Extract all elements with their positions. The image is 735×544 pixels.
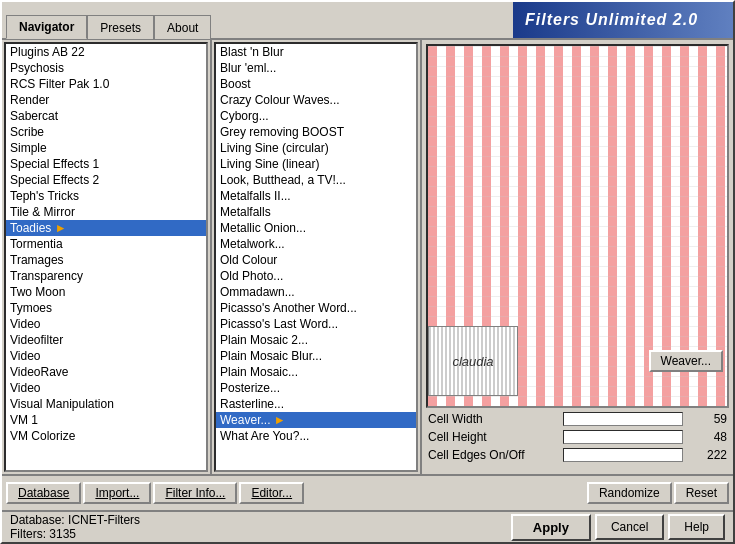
middle-list-item[interactable]: Grey removing BOOST [216, 124, 416, 140]
left-list-item[interactable]: Psychosis [6, 60, 206, 76]
param-row: Cell Width59 [428, 412, 727, 426]
middle-list-item[interactable]: Cyborg... [216, 108, 416, 124]
middle-list-item[interactable]: Living Sine (linear) [216, 156, 416, 172]
left-list-item[interactable]: Plugins AB 22 [6, 44, 206, 60]
left-list-item[interactable]: Two Moon [6, 284, 206, 300]
weaver-button[interactable]: Weaver... [649, 350, 723, 372]
cancel-button[interactable]: Cancel [595, 514, 664, 540]
middle-list-item[interactable]: Metalwork... [216, 236, 416, 252]
middle-panel: Blast 'n BlurBlur 'eml...BoostCrazy Colo… [212, 40, 422, 474]
middle-list-item[interactable]: Plain Mosaic... [216, 364, 416, 380]
param-slider[interactable] [563, 412, 683, 426]
left-list-item[interactable]: Video [6, 348, 206, 364]
tabs-area: Navigator Presets About [2, 2, 513, 38]
middle-list-item[interactable]: Blur 'eml... [216, 60, 416, 76]
param-value: 222 [687, 448, 727, 462]
bottom-toolbar: Database Import... Filter Info... Editor… [2, 474, 733, 510]
left-list-item[interactable]: Video [6, 380, 206, 396]
middle-list-item[interactable]: Look, Butthead, a TV!... [216, 172, 416, 188]
randomize-button[interactable]: Randomize [587, 482, 672, 504]
left-list-item[interactable]: Tymoes [6, 300, 206, 316]
tab-navigator[interactable]: Navigator [6, 15, 87, 39]
middle-list-item[interactable]: Blast 'n Blur [216, 44, 416, 60]
filter-info-button[interactable]: Filter Info... [153, 482, 237, 504]
tab-about[interactable]: About [154, 15, 211, 39]
left-list-item[interactable]: Tormentia [6, 236, 206, 252]
weaver-preview: claudia Weaver... [428, 316, 727, 406]
left-list-item[interactable]: Sabercat [6, 108, 206, 124]
apply-button[interactable]: Apply [511, 514, 591, 541]
param-slider[interactable] [563, 448, 683, 462]
left-panel: Plugins AB 22PsychosisRCS Filter Pak 1.0… [2, 40, 212, 474]
weaver-thumbnail: claudia [428, 326, 518, 396]
param-label: Cell Edges On/Off [428, 448, 559, 462]
middle-list-item[interactable]: What Are You?... [216, 428, 416, 444]
editor-button[interactable]: Editor... [239, 482, 304, 504]
middle-list-item[interactable]: Plain Mosaic Blur... [216, 348, 416, 364]
reset-button[interactable]: Reset [674, 482, 729, 504]
title-text: Filters Unlimited 2.0 [525, 11, 698, 29]
left-list-item[interactable]: Simple [6, 140, 206, 156]
param-label: Cell Width [428, 412, 559, 426]
filters-label: Filters: [10, 527, 46, 541]
middle-list-item[interactable]: Rasterline... [216, 396, 416, 412]
middle-list-item[interactable]: Weaver... ► [216, 412, 416, 428]
left-list-item[interactable]: Video [6, 316, 206, 332]
param-label: Cell Height [428, 430, 559, 444]
middle-list-item[interactable]: Metalfalls [216, 204, 416, 220]
left-list-item[interactable]: Special Effects 2 [6, 172, 206, 188]
middle-list-item[interactable]: Picasso's Last Word... [216, 316, 416, 332]
filters-value: 3135 [49, 527, 76, 541]
middle-list-item[interactable]: Living Sine (circular) [216, 140, 416, 156]
middle-list-item[interactable]: Metalfalls II... [216, 188, 416, 204]
param-value: 59 [687, 412, 727, 426]
left-list-item[interactable]: Toadies ► [6, 220, 206, 236]
database-label: Database: [10, 513, 65, 527]
middle-list-item[interactable]: Old Photo... [216, 268, 416, 284]
left-list-item[interactable]: Tramages [6, 252, 206, 268]
left-list-item[interactable]: Tile & Mirror [6, 204, 206, 220]
left-list-item[interactable]: Special Effects 1 [6, 156, 206, 172]
left-list-item[interactable]: VideoRave [6, 364, 206, 380]
middle-list-item[interactable]: Metallic Onion... [216, 220, 416, 236]
middle-list-item[interactable]: Old Colour [216, 252, 416, 268]
title-bar: Filters Unlimited 2.0 [513, 2, 733, 38]
param-slider[interactable] [563, 430, 683, 444]
weaver-label: claudia [452, 354, 493, 369]
help-button[interactable]: Help [668, 514, 725, 540]
left-list-item[interactable]: Teph's Tricks [6, 188, 206, 204]
right-panel: claudia Weaver... Cell Width59Cell Heigh… [422, 40, 733, 474]
left-list-item[interactable]: Render [6, 92, 206, 108]
left-list-item[interactable]: VM Colorize [6, 428, 206, 444]
tab-presets[interactable]: Presets [87, 15, 154, 39]
import-button[interactable]: Import... [83, 482, 151, 504]
left-list-item[interactable]: VM 1 [6, 412, 206, 428]
weaver-btn-area: Weaver... [518, 350, 727, 372]
middle-list-item[interactable]: Picasso's Another Word... [216, 300, 416, 316]
left-list-item[interactable]: RCS Filter Pak 1.0 [6, 76, 206, 92]
middle-list-item[interactable]: Ommadawn... [216, 284, 416, 300]
header: Navigator Presets About Filters Unlimite… [2, 2, 733, 38]
middle-list-item[interactable]: Boost [216, 76, 416, 92]
main-window: Navigator Presets About Filters Unlimite… [0, 0, 735, 544]
middle-list-item[interactable]: Posterize... [216, 380, 416, 396]
middle-list-item[interactable]: Crazy Colour Waves... [216, 92, 416, 108]
middle-list-item[interactable]: Plain Mosaic 2... [216, 332, 416, 348]
left-list-item[interactable]: Transparency [6, 268, 206, 284]
param-row: Cell Height48 [428, 430, 727, 444]
status-database: Database: ICNET-Filters Filters: 3135 [10, 513, 511, 541]
filter-list[interactable]: Blast 'n BlurBlur 'eml...BoostCrazy Colo… [214, 42, 418, 472]
preview-area: claudia Weaver... [426, 44, 729, 408]
left-list-item[interactable]: Videofilter [6, 332, 206, 348]
param-row: Cell Edges On/Off222 [428, 448, 727, 462]
database-button[interactable]: Database [6, 482, 81, 504]
param-value: 48 [687, 430, 727, 444]
left-list-item[interactable]: Visual Manipulation [6, 396, 206, 412]
left-list-item[interactable]: Scribe [6, 124, 206, 140]
category-list[interactable]: Plugins AB 22PsychosisRCS Filter Pak 1.0… [4, 42, 208, 472]
database-value: ICNET-Filters [68, 513, 140, 527]
status-bar: Database: ICNET-Filters Filters: 3135 Ap… [2, 510, 733, 542]
params-area: Cell Width59Cell Height48Cell Edges On/O… [426, 408, 729, 470]
main-content: Plugins AB 22PsychosisRCS Filter Pak 1.0… [2, 38, 733, 474]
